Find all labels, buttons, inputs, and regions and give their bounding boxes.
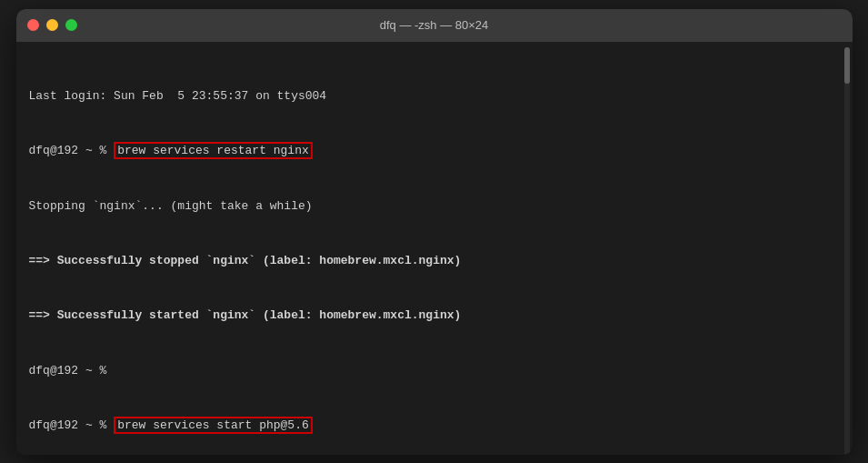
line-prompt1: dfq@192 ~ %	[29, 362, 840, 380]
line-cmd2: dfq@192 ~ % brew services start php@5.6	[29, 417, 840, 435]
line-stopped: ==> Successfully stopped `nginx` (label:…	[29, 252, 840, 270]
scrollbar[interactable]	[843, 47, 851, 455]
line-login: Last login: Sun Feb 5 23:55:37 on ttys00…	[29, 87, 840, 106]
close-button[interactable]	[27, 19, 39, 31]
terminal-content: Last login: Sun Feb 5 23:55:37 on ttys00…	[29, 51, 840, 455]
scrollbar-track	[844, 47, 850, 455]
scrollbar-thumb	[844, 47, 850, 84]
traffic-lights[interactable]	[27, 19, 77, 31]
line-started-nginx: ==> Successfully started `nginx` (label:…	[29, 307, 840, 325]
line-stopping: Stopping `nginx`... (might take a while)	[29, 197, 840, 216]
maximize-button[interactable]	[65, 19, 77, 31]
line-cmd1: dfq@192 ~ % brew services restart nginx	[29, 142, 840, 160]
titlebar: dfq — -zsh — 80×24	[16, 9, 853, 42]
command-highlight-2: brew services start php@5.6	[114, 417, 313, 434]
window-title: dfq — -zsh — 80×24	[380, 18, 489, 32]
terminal-body[interactable]: Last login: Sun Feb 5 23:55:37 on ttys00…	[16, 42, 853, 455]
terminal-window: dfq — -zsh — 80×24 Last login: Sun Feb 5…	[16, 9, 853, 455]
command-highlight-1: brew services restart nginx	[114, 142, 313, 159]
minimize-button[interactable]	[46, 19, 58, 31]
